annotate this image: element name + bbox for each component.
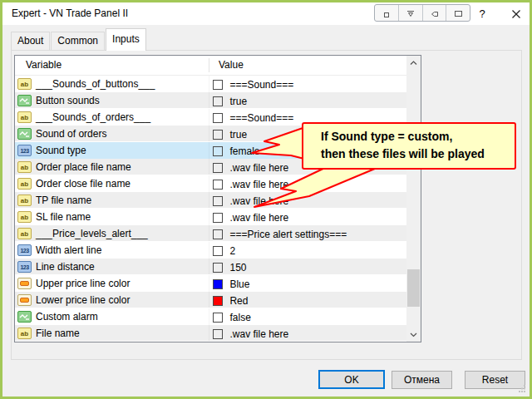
table-row[interactable]: Button sounds true: [15, 92, 406, 109]
variable-value-cell: .wav file here: [209, 175, 406, 192]
color-swatch: [213, 113, 223, 123]
minimize-icon[interactable]: [375, 5, 399, 21]
cancel-button[interactable]: Отмена: [392, 371, 452, 389]
color-swatch: [213, 163, 223, 173]
rollup-icon[interactable]: [399, 5, 423, 21]
table-row[interactable]: ab TP file name .wav file here: [15, 192, 406, 209]
numeric-param-icon: 123: [17, 261, 32, 273]
variable-value: .wav file here: [229, 195, 288, 207]
variable-value-cell: ===Sound===: [209, 76, 406, 92]
variable-value: true: [229, 129, 247, 140]
titlebar: Expert - VN Trade Panel II ?: [2, 2, 530, 25]
variable-name: TP file name: [36, 192, 91, 209]
variable-name: Order close file name: [36, 175, 131, 192]
variable-value: ===Sound===: [229, 112, 293, 124]
callout-line-1: If Sound type = custom,: [321, 128, 515, 145]
variable-name: ___Sounds_of_orders___: [36, 109, 150, 126]
variable-name: Line distance: [36, 259, 95, 275]
table-body: ab ___Sounds_of_buttons___ ===Sound=== B…: [15, 76, 406, 342]
text-param-icon: ab: [17, 178, 32, 190]
text-param-icon: ab: [17, 111, 32, 123]
variable-value-cell: 2: [209, 242, 406, 259]
column-header-variable[interactable]: Variable: [26, 56, 62, 75]
maximize-icon[interactable]: [446, 5, 470, 21]
scrollbar-thumb[interactable]: [407, 269, 420, 307]
variable-value: .wav file here: [229, 212, 288, 224]
color-swatch: [213, 96, 223, 106]
annotation-callout: If Sound type = custom, then these files…: [302, 122, 516, 170]
bool-param-icon: [17, 128, 32, 140]
variable-name: Custom alarm: [36, 308, 98, 325]
variable-value-cell: .wav file here: [209, 192, 406, 209]
table-row[interactable]: Custom alarm false: [15, 308, 406, 325]
scroll-up-icon[interactable]: [406, 56, 421, 70]
variable-value: ===Sound===: [229, 79, 293, 91]
table-row[interactable]: Lower price line color Red: [15, 292, 406, 308]
color-swatch: [213, 279, 223, 289]
variable-value-cell: 150: [209, 259, 406, 275]
table-row[interactable]: ab ___Sounds_of_buttons___ ===Sound===: [15, 76, 406, 92]
tab-inputs[interactable]: Inputs: [106, 28, 146, 51]
variable-value: 150: [229, 262, 246, 273]
text-param-icon: ab: [17, 78, 32, 90]
variable-value: false: [229, 312, 250, 323]
ok-button[interactable]: OK: [318, 370, 385, 389]
help-button[interactable]: ?: [475, 3, 489, 24]
table-row[interactable]: ab File name .wav file here: [15, 325, 406, 342]
numeric-param-icon: 123: [17, 145, 32, 156]
close-icon[interactable]: [505, 3, 528, 24]
variable-value-cell: false: [209, 308, 406, 325]
variable-value-cell: ===Price alert settings===: [209, 225, 406, 242]
variable-value: 2: [229, 245, 235, 257]
variable-value: .wav file here: [229, 328, 288, 340]
color-swatch: [213, 263, 223, 273]
color-swatch: [213, 229, 223, 239]
vertical-scrollbar[interactable]: [406, 56, 421, 342]
table-row[interactable]: ab SL file name .wav file here: [15, 209, 406, 225]
column-header-value[interactable]: Value: [219, 56, 244, 75]
variable-name: Order place file name: [36, 159, 131, 175]
table-header: Variable Value: [15, 56, 406, 76]
color-swatch: [213, 296, 223, 306]
color-swatch: [213, 313, 223, 323]
variable-name: Sound type: [36, 142, 86, 159]
scroll-down-icon[interactable]: [406, 328, 421, 342]
window-title: Expert - VN Trade Panel II: [12, 2, 128, 25]
undock-icon[interactable]: [423, 5, 447, 21]
variable-name: Width alert line: [36, 242, 101, 259]
variable-name: ___Price_levels_alert___: [36, 225, 148, 242]
bool-param-icon: [17, 95, 32, 106]
reset-button[interactable]: Reset: [465, 371, 525, 389]
variable-value-cell: .wav file here: [209, 209, 406, 225]
numeric-param-icon: 123: [17, 244, 32, 256]
text-param-icon: ab: [17, 228, 32, 239]
table-row[interactable]: 123 Width alert line 2: [15, 242, 406, 259]
color-swatch: [213, 329, 223, 339]
text-param-icon: ab: [17, 195, 32, 206]
variable-value: .wav file here: [229, 162, 288, 174]
color-swatch: [213, 80, 223, 90]
tab-about[interactable]: About: [11, 32, 50, 50]
text-param-icon: ab: [17, 211, 32, 223]
variable-value: Red: [229, 295, 248, 307]
resize-grip[interactable]: [518, 384, 526, 392]
bool-param-icon: [17, 311, 32, 323]
text-param-icon: ab: [17, 328, 32, 339]
table-row[interactable]: 123 Line distance 150: [15, 259, 406, 275]
color-param-icon: [17, 278, 32, 289]
tab-common[interactable]: Common: [51, 32, 105, 50]
variable-value-cell: .wav file here: [209, 325, 406, 342]
color-swatch: [213, 130, 223, 140]
color-swatch: [213, 180, 223, 190]
table-row[interactable]: Upper price line color Blue: [15, 275, 406, 292]
color-param-icon: [17, 294, 32, 306]
variable-name: ___Sounds_of_buttons___: [36, 76, 155, 92]
variable-value-cell: true: [209, 92, 406, 109]
variable-name: SL file name: [36, 209, 91, 225]
variable-name: Sound of orders: [36, 126, 106, 142]
table-row[interactable]: ab ___Price_levels_alert___ ===Price ale…: [15, 225, 406, 242]
variable-value: female: [229, 145, 259, 157]
variable-name: File name: [36, 325, 80, 342]
color-swatch: [213, 246, 223, 256]
table-row[interactable]: ab Order close file name .wav file here: [15, 175, 406, 192]
